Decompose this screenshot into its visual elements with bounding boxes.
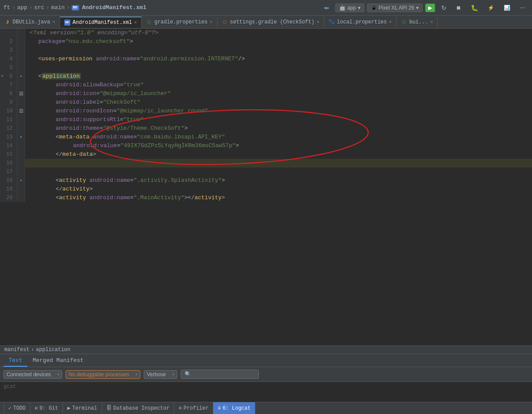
code-line-11: android:supportsRtl="true" xyxy=(25,115,532,124)
code-line-2: package="nsu.edu.checksoft"> xyxy=(25,37,532,46)
status-database-inspector[interactable]: 🗄 Database Inspector xyxy=(102,402,175,414)
tab-label: AndroidManifest.xml xyxy=(73,20,132,26)
code-line-9: android:label="CheckSoft" xyxy=(25,98,532,107)
tab-gradle-properties[interactable]: ⬡ gradle.properties × xyxy=(142,17,217,27)
log-level-select[interactable]: Verbose xyxy=(144,370,177,379)
code-line-4: <uses-permission android:name="android.p… xyxy=(25,55,532,63)
gutter-line: 15 xyxy=(0,150,14,159)
tab-local-properties[interactable]: 🐾 local.properties × xyxy=(324,17,397,27)
terminal-icon: ▶ xyxy=(67,405,70,411)
connected-devices-select[interactable]: Connected devices xyxy=(3,370,62,379)
close-tab-icon[interactable]: × xyxy=(430,20,433,25)
fold-space xyxy=(17,46,25,55)
fold-space xyxy=(17,81,25,89)
properties-icon: 🐾 xyxy=(329,19,335,25)
close-tab-icon[interactable]: × xyxy=(52,20,55,25)
fold-space xyxy=(17,55,25,63)
run-button[interactable]: ▶ xyxy=(425,3,435,12)
fold-space xyxy=(17,63,25,72)
image-preview-icon[interactable]: 🖼 xyxy=(17,89,25,98)
connected-devices-wrapper[interactable]: Connected devices xyxy=(3,370,62,379)
device-selector[interactable]: 📱 Pixel XL API 26 ▾ xyxy=(367,3,423,12)
status-todo[interactable]: ✓ TODO xyxy=(3,402,30,414)
fold-space xyxy=(17,159,25,168)
module-selector[interactable]: 🤖 app ▾ xyxy=(335,3,364,12)
breadcrumb-separator: › xyxy=(31,347,34,353)
logcat-icon: ≡ xyxy=(218,405,221,411)
fold-icon-application[interactable]: ▾ xyxy=(17,72,25,81)
code-line-19: </activity> xyxy=(25,185,532,194)
gutter-line: 16 xyxy=(0,159,14,168)
tab-label: settings.gradle (CheckSoft) xyxy=(230,19,314,25)
tab-build[interactable]: ⬡ bui... × xyxy=(397,17,438,27)
log-area: Connected devices No debuggable processe… xyxy=(0,367,532,402)
fold-icon-activity[interactable]: ▾ xyxy=(17,176,25,185)
status-terminal[interactable]: ▶ Terminal xyxy=(63,402,102,414)
breadcrumb-item: app xyxy=(17,4,27,11)
close-tab-icon[interactable]: × xyxy=(210,20,213,25)
breadcrumb-item: src xyxy=(34,4,44,11)
profile-button[interactable]: 📊 xyxy=(500,4,514,12)
stop-button[interactable]: ⏹ xyxy=(453,4,465,12)
status-profiler[interactable]: ⊙ Profiler xyxy=(174,402,213,414)
gutter-line: 18 xyxy=(0,176,14,185)
code-scroll[interactable]: 2 3 4 5 6 7 8 9 10 11 12 13 14 15 16 17 … xyxy=(0,29,532,345)
image-preview-icon[interactable]: 🖼 xyxy=(17,107,25,115)
gutter-line: 9 xyxy=(0,98,14,107)
tab-androidmanifest[interactable]: MF AndroidManifest.xml × xyxy=(60,16,142,28)
debug-process-wrapper[interactable]: No debuggable processes xyxy=(66,370,140,379)
code-text: android:theme="@style/Theme.CheckSoft"> xyxy=(56,124,188,133)
refresh-button[interactable]: ↻ xyxy=(438,3,450,12)
breadcrumb-manifest[interactable]: manifest xyxy=(4,347,30,353)
more-actions-button[interactable]: ⋯ xyxy=(516,4,529,12)
gutter-line: 13 xyxy=(0,133,14,141)
code-line-20: <activity android:name=".MainActivity"><… xyxy=(25,194,532,202)
gutter-line: 8 xyxy=(0,89,14,98)
top-toolbar: ft › app › src › main › MF AndroidManife… xyxy=(0,0,532,16)
gutter-line: 4 xyxy=(0,55,14,63)
code-text: </activity> xyxy=(56,185,93,194)
android-icon: 🤖 xyxy=(339,5,346,11)
code-line-1: <?xml version="1.0" encoding="utf-8"?> xyxy=(25,29,532,37)
code-line-12: android:theme="@style/Theme.CheckSoft"> xyxy=(25,124,532,133)
tab-text[interactable]: Text xyxy=(3,355,27,367)
xml-breadcrumb-bar: manifest › application xyxy=(0,345,532,354)
log-search-box[interactable]: 🔍 xyxy=(181,370,259,379)
fold-icon-meta-data[interactable]: ▾ xyxy=(17,133,25,141)
fold-space xyxy=(17,150,25,159)
code-text: android:label="CheckSoft" xyxy=(56,98,140,107)
navigate-back-button[interactable]: ⬅ xyxy=(321,3,333,12)
xml-file-icon: MF xyxy=(72,5,79,10)
gutter-line xyxy=(0,29,14,37)
attach-debugger-button[interactable]: ⚡ xyxy=(484,4,498,12)
code-text: </meta-data> xyxy=(56,150,96,159)
debug-process-select[interactable]: No debuggable processes xyxy=(66,370,140,379)
breadcrumb-item: ft xyxy=(3,4,10,11)
code-line-10: android:roundIcon="@mipmap/ic_launcher_r… xyxy=(25,107,532,115)
gutter-line: 2 xyxy=(0,37,14,46)
tab-merged-manifest[interactable]: Merged Manifest xyxy=(27,355,89,367)
gradle-icon: ⬡ xyxy=(146,19,152,25)
java-file-icon: J xyxy=(4,19,10,25)
breadcrumb-sep: › xyxy=(46,4,50,11)
close-tab-icon[interactable]: × xyxy=(389,20,392,25)
breadcrumb-application[interactable]: application xyxy=(36,347,70,353)
fold-space xyxy=(17,98,25,107)
code-text: android:supportsRtl="true" xyxy=(56,115,144,124)
logcat-content: gcat xyxy=(0,382,532,391)
status-logcat[interactable]: ≡ 6: Logcat xyxy=(213,402,255,414)
tab-dbutils[interactable]: J DBUtils.java × xyxy=(0,17,60,27)
close-tab-icon[interactable]: × xyxy=(134,20,137,25)
code-text: <meta-data android:name="com.baidu.lbsap… xyxy=(56,133,225,141)
log-level-wrapper[interactable]: Verbose xyxy=(144,370,177,379)
code-line-17 xyxy=(25,168,532,176)
close-tab-icon[interactable]: × xyxy=(317,20,320,25)
code-text: <activity android:name=".activity.Splash… xyxy=(56,176,225,185)
code-line-7: android:allowBackup="true" xyxy=(25,81,532,89)
tab-settings-gradle[interactable]: ⬡ settings.gradle (CheckSoft) × xyxy=(218,17,324,27)
logcat-toolbar: Connected devices No debuggable processe… xyxy=(0,367,532,382)
status-git[interactable]: H 9: Git xyxy=(30,402,63,414)
code-text: package="nsu.edu.checksoft"> xyxy=(38,37,133,46)
debug-button[interactable]: 🐛 xyxy=(467,3,482,12)
breadcrumb-sep: › xyxy=(12,4,16,11)
